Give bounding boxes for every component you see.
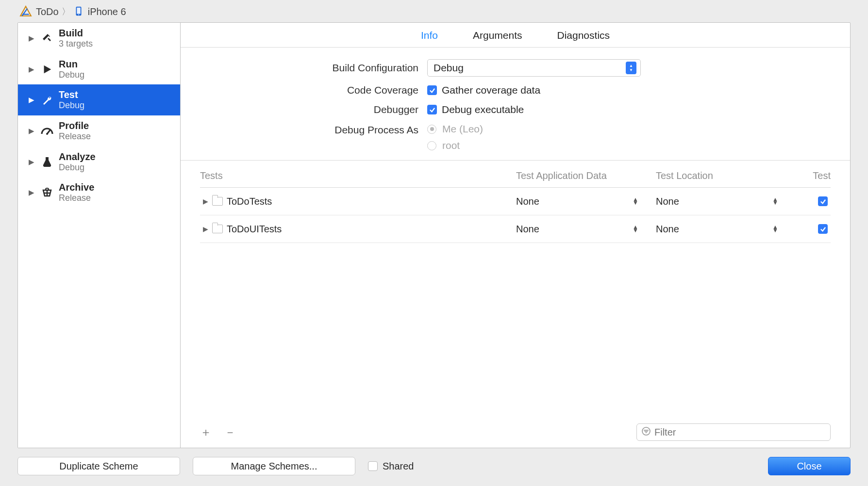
code-coverage-text: Gather coverage data [442, 84, 540, 96]
phase-title: Analyze [59, 151, 96, 162]
sidebar-item-test[interactable]: ▶ TestDebug [18, 84, 180, 115]
code-coverage-label: Code Coverage [200, 84, 418, 96]
remove-test-button[interactable]: － [224, 424, 236, 440]
debug-as-me-text: Me (Leo) [442, 123, 483, 135]
close-button[interactable]: Close [768, 457, 851, 475]
disclosure-icon[interactable]: ▶ [28, 127, 35, 135]
sidebar-item-run[interactable]: ▶ RunDebug [18, 54, 180, 85]
test-target-name: ToDoUITests [227, 224, 282, 235]
disclosure-icon[interactable]: ▶ [28, 65, 35, 74]
phase-title: Build [59, 28, 93, 39]
flask-icon [40, 155, 54, 169]
updown-icon: ▲▼ [772, 198, 778, 205]
test-data-popup[interactable]: None▲▼ [516, 224, 652, 235]
code-coverage-checkbox[interactable] [427, 85, 437, 95]
manage-schemes-button[interactable]: Manage Schemes... [193, 457, 355, 475]
col-data: Test Application Data [516, 170, 652, 181]
simulator-icon [73, 6, 85, 17]
build-config-select[interactable]: Debug ▲▼ [427, 59, 641, 77]
breadcrumb: ToDo 〉 iPhone 6 [0, 0, 868, 22]
sidebar-item-archive[interactable]: ▶ ArchiveRelease [18, 177, 180, 208]
col-location: Test Location [656, 170, 792, 181]
phase-subtitle: Debug [59, 100, 84, 111]
gauge-icon [40, 124, 54, 138]
debug-as-me-radio[interactable] [427, 125, 436, 134]
debug-as-label: Debug Process As [200, 123, 418, 136]
wrench-icon [40, 93, 54, 107]
bundle-icon [212, 197, 223, 206]
test-location-popup[interactable]: None▲▼ [656, 224, 792, 235]
disclosure-icon[interactable]: ▶ [28, 158, 35, 166]
phase-subtitle: Release [59, 131, 91, 142]
disclosure-icon[interactable]: ▶ [203, 197, 208, 205]
tab-info[interactable]: Info [421, 30, 438, 41]
content-tabs: Info Arguments Diagnostics [181, 23, 850, 48]
build-config-value: Debug [434, 62, 626, 74]
disclosure-icon[interactable]: ▶ [203, 225, 208, 233]
debugger-text: Debug executable [442, 104, 524, 115]
phase-subtitle: Debug [59, 162, 96, 173]
tab-arguments[interactable]: Arguments [473, 30, 522, 41]
bundle-icon [212, 225, 223, 233]
updown-icon: ▲▼ [633, 226, 638, 232]
debug-as-root-radio[interactable] [427, 141, 436, 150]
sidebar-item-profile[interactable]: ▶ ProfileRelease [18, 115, 180, 146]
svg-rect-1 [77, 8, 80, 14]
phase-title: Archive [59, 182, 94, 193]
col-tests: Tests [200, 170, 512, 181]
updown-icon: ▲▼ [633, 198, 638, 205]
scheme-name[interactable]: ToDo [36, 6, 59, 17]
test-row[interactable]: ▶ToDoTests None▲▼ None▲▼ [200, 188, 831, 215]
svg-point-3 [46, 133, 48, 135]
phase-subtitle: Release [59, 193, 94, 203]
play-icon [40, 63, 54, 76]
stepper-icon: ▲▼ [626, 62, 636, 74]
disclosure-icon[interactable]: ▶ [28, 34, 35, 43]
phase-sidebar: ▶ Build3 targets ▶ RunDebug ▶ TestDebug … [18, 23, 181, 448]
test-enabled-checkbox[interactable] [818, 224, 828, 234]
shared-label: Shared [383, 461, 414, 472]
filter-input[interactable] [654, 427, 825, 438]
debug-as-root-text: root [442, 140, 460, 151]
phase-subtitle: Debug [59, 70, 84, 80]
chevron-right-icon: 〉 [62, 6, 70, 17]
archive-icon [40, 186, 54, 199]
filter-field[interactable] [636, 423, 831, 441]
sidebar-item-analyze[interactable]: ▶ AnalyzeDebug [18, 146, 180, 178]
tests-header: Tests Test Application Data Test Locatio… [200, 167, 831, 188]
test-data-popup[interactable]: None▲▼ [516, 196, 652, 207]
updown-icon: ▲▼ [772, 226, 778, 232]
phase-title: Test [59, 89, 84, 100]
sidebar-item-build[interactable]: ▶ Build3 targets [18, 23, 180, 54]
duplicate-scheme-button[interactable]: Duplicate Scheme [17, 457, 180, 475]
filter-icon [642, 427, 651, 438]
tab-diagnostics[interactable]: Diagnostics [557, 30, 610, 41]
test-target-name: ToDoTests [227, 196, 272, 207]
test-location-popup[interactable]: None▲▼ [656, 196, 792, 207]
disclosure-icon[interactable]: ▶ [28, 188, 35, 197]
phase-subtitle: 3 targets [59, 39, 93, 49]
hammer-icon [40, 32, 54, 45]
xcode-project-icon [19, 5, 33, 18]
disclosure-icon[interactable]: ▶ [28, 96, 35, 104]
debugger-label: Debugger [200, 104, 418, 115]
debugger-checkbox[interactable] [427, 105, 437, 114]
shared-checkbox[interactable] [368, 461, 378, 471]
col-test: Test [796, 170, 831, 181]
test-enabled-checkbox[interactable] [818, 196, 828, 206]
svg-point-2 [78, 14, 79, 15]
phase-title: Profile [59, 120, 91, 131]
phase-title: Run [59, 59, 84, 70]
build-config-label: Build Configuration [200, 62, 418, 74]
test-row[interactable]: ▶ToDoUITests None▲▼ None▲▼ [200, 215, 831, 243]
destination-name[interactable]: iPhone 6 [88, 6, 126, 17]
add-test-button[interactable]: ＋ [200, 424, 212, 440]
